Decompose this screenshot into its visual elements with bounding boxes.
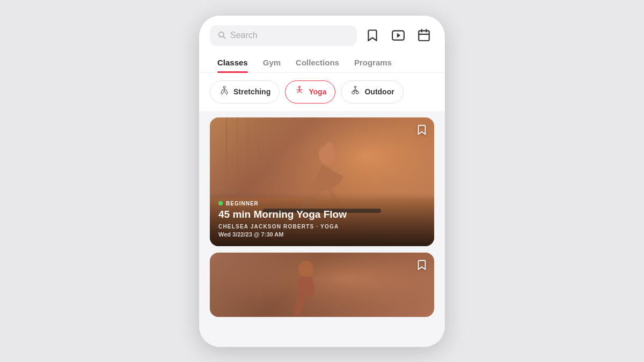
- class-card-1[interactable]: BEGINNER 45 min Morning Yoga Flow CHELSE…: [210, 117, 434, 246]
- category-pills: Stretching Yoga: [199, 73, 445, 111]
- tab-programs[interactable]: Programs: [347, 53, 399, 72]
- content-area: BEGINNER 45 min Morning Yoga Flow CHELSE…: [199, 111, 445, 347]
- card1-bookmark[interactable]: [416, 124, 428, 138]
- svg-point-9: [299, 86, 301, 87]
- level-dot: [218, 201, 223, 205]
- pill-outdoor[interactable]: Outdoor: [341, 80, 403, 104]
- svg-rect-4: [419, 31, 429, 40]
- video-icon-btn[interactable]: [388, 25, 408, 46]
- card2-bookmark[interactable]: [416, 259, 428, 273]
- svg-line-1: [223, 36, 225, 39]
- tab-classes[interactable]: Classes: [210, 53, 255, 72]
- yoga-icon: [294, 85, 305, 99]
- tab-collections[interactable]: Collections: [288, 53, 347, 72]
- phone-frame: Search: [199, 15, 445, 348]
- search-placeholder-text: Search: [230, 31, 258, 40]
- svg-marker-3: [397, 33, 401, 38]
- card2-background: [210, 253, 434, 317]
- card1-info: BEGINNER 45 min Morning Yoga Flow CHELSE…: [210, 192, 434, 246]
- card1-title: 45 min Morning Yoga Flow: [218, 209, 426, 221]
- pill-yoga[interactable]: Yoga: [285, 80, 335, 104]
- svg-point-22: [298, 261, 313, 277]
- card1-instructor: CHELSEA JACKSON ROBERTS · YOGA: [218, 224, 426, 230]
- level-label: BEGINNER: [226, 201, 259, 206]
- calendar-icon-btn[interactable]: [414, 25, 434, 46]
- card1-date: Wed 3/22/23 @ 7:30 AM: [218, 231, 426, 238]
- bookmark-icon-btn[interactable]: [362, 25, 383, 46]
- header-icons: [362, 25, 434, 46]
- pill-outdoor-label: Outdoor: [364, 87, 394, 96]
- svg-point-12: [355, 86, 356, 87]
- pill-yoga-label: Yoga: [309, 87, 326, 96]
- svg-rect-21: [210, 253, 434, 317]
- class-card-2[interactable]: [210, 253, 434, 317]
- pill-stretching-label: Stretching: [233, 87, 270, 96]
- nav-tabs: Classes Gym Collections Programs: [199, 53, 445, 73]
- card1-level: BEGINNER: [218, 201, 426, 206]
- header: Search: [199, 16, 445, 53]
- stretching-icon: [219, 85, 230, 99]
- search-bar[interactable]: Search: [210, 25, 357, 46]
- outdoor-icon: [350, 85, 361, 99]
- search-icon: [217, 31, 226, 41]
- tab-gym[interactable]: Gym: [255, 53, 288, 72]
- pill-stretching[interactable]: Stretching: [210, 80, 280, 104]
